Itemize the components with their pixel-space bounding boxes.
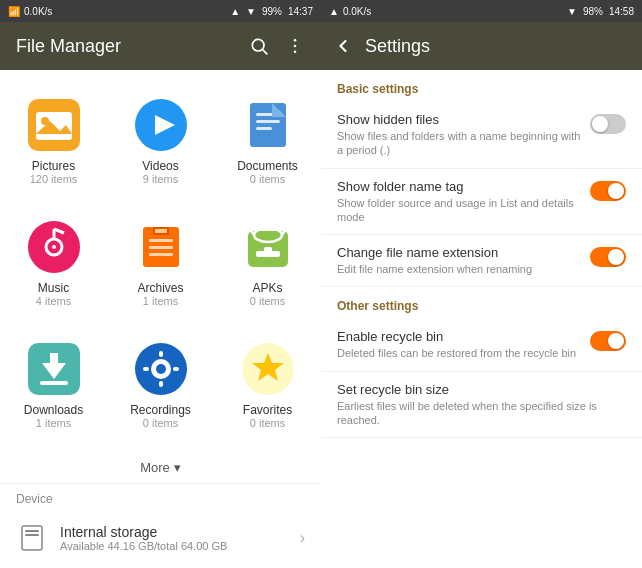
speed-text: 0.0K/s [24,6,52,17]
folder-music[interactable]: Music 4 items [0,200,107,322]
documents-label: Documents [237,159,298,173]
svg-rect-46 [22,526,42,550]
show-hidden-files-item[interactable]: Show hidden files Show files and folders… [321,102,642,169]
svg-line-1 [263,50,268,55]
folder-archives[interactable]: Archives 1 items [107,200,214,322]
videos-icon [133,97,189,153]
folder-downloads[interactable]: Downloads 1 items [0,322,107,444]
internal-storage-item[interactable]: Internal storage Available 44.16 GB/tota… [16,512,305,564]
svg-rect-42 [143,367,149,371]
videos-label: Videos [142,159,178,173]
folder-apks[interactable]: APKs 0 items [214,200,321,322]
show-folder-name-tag-text: Show folder name tag Show folder source … [337,179,582,225]
svg-rect-36 [40,381,68,385]
change-file-extension-desc: Edit file name extension when renaming [337,262,582,276]
time-right: 14:58 [609,6,634,17]
status-left-icons: 📶 0.0K/s [8,6,52,17]
status-right: ▲ ▼ 99% 14:37 [230,6,313,17]
videos-count: 9 items [143,173,178,185]
show-folder-name-tag-label: Show folder name tag [337,179,582,194]
apks-icon [240,219,296,275]
show-hidden-files-label: Show hidden files [337,112,582,127]
device-label: Device [16,492,305,506]
battery-right: 98% [583,6,603,17]
topbar-icons [249,36,305,56]
folder-recordings[interactable]: Recordings 0 items [107,322,214,444]
folder-pictures[interactable]: Pictures 120 items [0,78,107,200]
back-arrow-icon[interactable] [333,36,353,56]
svg-point-3 [294,45,297,48]
device-section: Device Internal storage Available 44.16 … [0,483,321,568]
svg-point-0 [252,39,264,51]
music-label: Music [38,281,69,295]
downloads-count: 1 items [36,417,71,429]
svg-rect-26 [149,253,173,256]
downloads-label: Downloads [24,403,83,417]
svg-point-2 [294,39,297,42]
svg-point-4 [294,51,297,54]
settings-content: Basic settings Show hidden files Show fi… [321,70,642,568]
svg-rect-41 [159,381,163,387]
show-folder-name-tag-item[interactable]: Show folder name tag Show folder source … [321,169,642,236]
enable-recycle-bin-item[interactable]: Enable recycle bin Deleted files can be … [321,319,642,371]
storage-detail: Available 44.16 GB/total 64.00 GB [60,540,300,552]
archives-count: 1 items [143,295,178,307]
battery-left: 99% [262,6,282,17]
favorites-label: Favorites [243,403,292,417]
pictures-label: Pictures [32,159,75,173]
status-right-left: ▲ 0.0K/s [329,6,371,17]
change-file-extension-item[interactable]: Change file name extension Edit file nam… [321,235,642,287]
status-bar-right: ▲ 0.0K/s ▼ 98% 14:58 [321,0,642,22]
more-label: More [140,460,170,475]
wifi-icon: ▼ [246,6,256,17]
signal-right-icon: ▼ [567,6,577,17]
settings-title: Settings [365,36,430,57]
chevron-down-icon: ▾ [174,460,181,475]
enable-recycle-bin-toggle[interactable] [590,331,626,351]
downloads-icon [26,341,82,397]
folder-videos[interactable]: Videos 9 items [107,78,214,200]
more-row[interactable]: More ▾ [0,452,321,483]
speed-right: 0.0K/s [343,6,371,17]
folder-grid: Pictures 120 items Videos 9 items [0,70,321,452]
show-folder-name-tag-desc: Show folder source and usage in List and… [337,196,582,225]
svg-rect-32 [256,251,280,257]
pictures-count: 120 items [30,173,78,185]
svg-rect-25 [149,246,173,249]
storage-info: Internal storage Available 44.16 GB/tota… [60,524,300,552]
svg-rect-14 [256,127,272,130]
enable-recycle-bin-desc: Deleted files can be restored from the r… [337,346,582,360]
signal-icon: ▲ [230,6,240,17]
svg-rect-24 [149,239,173,242]
show-hidden-files-desc: Show files and folders with a name begin… [337,129,582,158]
change-file-extension-label: Change file name extension [337,245,582,260]
folder-documents[interactable]: Documents 0 items [214,78,321,200]
search-icon[interactable] [249,36,269,56]
change-file-extension-toggle[interactable] [590,247,626,267]
archives-label: Archives [137,281,183,295]
left-panel: 📶 0.0K/s ▲ ▼ 99% 14:37 File Manager [0,0,321,568]
set-recycle-bin-size-desc: Earliest files will be deleted when the … [337,399,618,428]
app-title: File Manager [16,36,121,57]
svg-rect-11 [250,103,286,147]
status-right-right: ▼ 98% 14:58 [567,6,634,17]
show-folder-name-tag-toggle[interactable] [590,181,626,201]
right-panel: ▲ 0.0K/s ▼ 98% 14:58 Settings Basic sett… [321,0,642,568]
music-icon [26,219,82,275]
folder-favorites[interactable]: Favorites 0 items [214,322,321,444]
storage-icon [16,520,48,556]
enable-recycle-bin-label: Enable recycle bin [337,329,582,344]
basic-settings-header: Basic settings [321,70,642,102]
svg-rect-40 [159,351,163,357]
show-hidden-files-toggle[interactable] [590,114,626,134]
enable-recycle-bin-text: Enable recycle bin Deleted files can be … [337,329,582,360]
pictures-icon [26,97,82,153]
recordings-icon [133,341,189,397]
set-recycle-bin-size-item[interactable]: Set recycle bin size Earliest files will… [321,372,642,439]
status-bar-left: 📶 0.0K/s ▲ ▼ 99% 14:37 [0,0,321,22]
svg-point-39 [156,364,166,374]
apks-count: 0 items [250,295,285,307]
more-options-icon[interactable] [285,36,305,56]
file-manager-topbar: File Manager [0,22,321,70]
change-file-extension-text: Change file name extension Edit file nam… [337,245,582,276]
